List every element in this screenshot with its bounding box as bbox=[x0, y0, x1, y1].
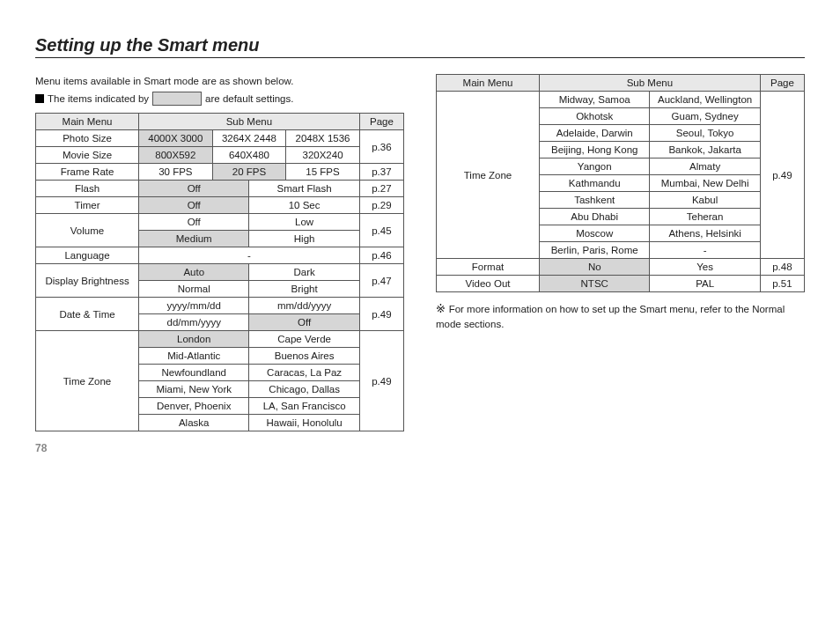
timezone-opt: Auckland, Wellington bbox=[650, 92, 760, 108]
timezone-opt: Abu Dhabi bbox=[540, 209, 650, 225]
datetime-opt: yyyy/mm/dd bbox=[139, 298, 249, 314]
timezone-opt: Kabul bbox=[650, 192, 760, 209]
framerate-opt: 30 FPS bbox=[139, 164, 213, 181]
framerate-opt: 20 FPS bbox=[212, 164, 286, 181]
footnote: ※ For more information on how to set up … bbox=[436, 301, 805, 331]
timezone-opt: Adelaide, Darwin bbox=[540, 125, 650, 142]
timezone-opt: Newfoundland bbox=[139, 365, 249, 381]
timezone-opt: Chicago, Dallas bbox=[249, 381, 359, 398]
page-number: 78 bbox=[35, 442, 805, 454]
brightness-opt: Dark bbox=[249, 264, 359, 281]
timezone-opt: Tashkent bbox=[540, 192, 650, 209]
timezone-opt: Denver, Phoenix bbox=[139, 398, 249, 415]
timezone-opt: Okhotsk bbox=[540, 108, 650, 125]
flash-page: p.27 bbox=[359, 181, 403, 197]
flash-opt: Off bbox=[139, 181, 249, 197]
datetime-opt: dd/mm/yyyy bbox=[139, 314, 249, 331]
timezone-opt: Seoul, Tokyo bbox=[650, 125, 760, 142]
legend-prefix: The items indicated by bbox=[48, 93, 149, 104]
format-label: Format bbox=[437, 259, 540, 276]
timer-opt: Off bbox=[139, 197, 249, 214]
framerate-page: p.37 bbox=[359, 164, 403, 181]
page-title: Setting up the Smart menu bbox=[35, 35, 805, 58]
timezone-opt: Alaska bbox=[139, 415, 249, 431]
timezone-page: p.49 bbox=[359, 331, 403, 431]
col-main: Main Menu bbox=[437, 75, 540, 92]
timer-opt: 10 Sec bbox=[249, 197, 359, 214]
col-sub: Sub Menu bbox=[540, 75, 761, 92]
timezone-opt: Caracas, La Paz bbox=[249, 365, 359, 381]
videoout-opt: NTSC bbox=[540, 276, 650, 292]
legend-suffix: are default settings. bbox=[205, 93, 293, 104]
flash-label: Flash bbox=[36, 181, 139, 197]
timer-page: p.29 bbox=[359, 197, 403, 214]
timezone-opt: Guam, Sydney bbox=[650, 108, 760, 125]
settings-table-right: Main Menu Sub Menu Page Time Zone Midway… bbox=[436, 74, 805, 292]
brightness-page: p.47 bbox=[359, 264, 403, 298]
col-page: Page bbox=[760, 75, 804, 92]
timezone-opt: Cape Verde bbox=[249, 331, 359, 348]
intro-text: Menu items available in Smart mode are a… bbox=[35, 74, 404, 88]
photosize-opt: 4000X 3000 bbox=[139, 130, 213, 147]
format-opt: No bbox=[540, 259, 650, 276]
photosize-opt: 2048X 1536 bbox=[286, 130, 360, 147]
col-sub: Sub Menu bbox=[139, 114, 360, 130]
datetime-opt: Off bbox=[249, 314, 359, 331]
volume-opt: Medium bbox=[139, 231, 249, 247]
moviesize-opt: 640X480 bbox=[212, 147, 286, 164]
photosize-page: p.36 bbox=[359, 130, 403, 164]
timezone-opt: Miami, New York bbox=[139, 381, 249, 398]
photosize-opt: 3264X 2448 bbox=[212, 130, 286, 147]
timezone-page: p.49 bbox=[760, 92, 804, 259]
framerate-opt: 15 FPS bbox=[286, 164, 360, 181]
language-opt: - bbox=[139, 247, 360, 264]
videoout-label: Video Out bbox=[437, 276, 540, 292]
timezone-opt: Yangon bbox=[540, 158, 650, 175]
timezone-opt: Teheran bbox=[650, 209, 760, 225]
timezone-opt: LA, San Francisco bbox=[249, 398, 359, 415]
settings-table-left: Main Menu Sub Menu Page Photo Size 4000X… bbox=[35, 113, 404, 181]
default-swatch bbox=[152, 92, 202, 106]
moviesize-opt: 320X240 bbox=[286, 147, 360, 164]
brightness-opt: Bright bbox=[249, 281, 359, 298]
datetime-opt: mm/dd/yyyy bbox=[249, 298, 359, 314]
timezone-opt: Berlin, Paris, Rome bbox=[540, 242, 650, 259]
volume-page: p.45 bbox=[359, 214, 403, 247]
asterisk-icon: ※ bbox=[436, 302, 449, 315]
brightness-opt: Auto bbox=[139, 264, 249, 281]
flash-opt: Smart Flash bbox=[249, 181, 359, 197]
language-page: p.46 bbox=[359, 247, 403, 264]
timezone-opt: Beijing, Hong Kong bbox=[540, 142, 650, 158]
framerate-label: Frame Rate bbox=[36, 164, 139, 181]
timezone-opt: Mumbai, New Delhi bbox=[650, 175, 760, 192]
col-main: Main Menu bbox=[36, 114, 139, 130]
format-opt: Yes bbox=[650, 259, 760, 276]
volume-opt: Low bbox=[249, 214, 359, 231]
timezone-opt: Mid-Atlantic bbox=[139, 348, 249, 365]
timezone-opt: Moscow bbox=[540, 225, 650, 242]
timezone-opt: London bbox=[139, 331, 249, 348]
language-label: Language bbox=[36, 247, 139, 264]
moviesize-opt: 800X592 bbox=[139, 147, 213, 164]
format-page: p.48 bbox=[760, 259, 804, 276]
timezone-opt: Kathmandu bbox=[540, 175, 650, 192]
settings-table-left-2: Flash Off Smart Flash p.27 Timer Off 10 … bbox=[35, 181, 404, 431]
col-page: Page bbox=[359, 114, 403, 130]
timezone-opt: Buenos Aires bbox=[249, 348, 359, 365]
timezone-label: Time Zone bbox=[437, 92, 540, 259]
brightness-label: Display Brightness bbox=[36, 264, 139, 298]
timezone-opt: Hawaii, Honolulu bbox=[249, 415, 359, 431]
datetime-page: p.49 bbox=[359, 298, 403, 331]
datetime-label: Date & Time bbox=[36, 298, 139, 331]
timezone-opt: Bankok, Jakarta bbox=[650, 142, 760, 158]
moviesize-label: Movie Size bbox=[36, 147, 139, 164]
brightness-opt: Normal bbox=[139, 281, 249, 298]
bullet-icon bbox=[35, 94, 44, 103]
photosize-label: Photo Size bbox=[36, 130, 139, 147]
timezone-label: Time Zone bbox=[36, 331, 139, 431]
volume-opt: High bbox=[249, 231, 359, 247]
timezone-opt: Athens, Helsinki bbox=[650, 225, 760, 242]
footnote-text: For more information on how to set up th… bbox=[436, 304, 785, 329]
videoout-opt: PAL bbox=[650, 276, 760, 292]
volume-label: Volume bbox=[36, 214, 139, 247]
